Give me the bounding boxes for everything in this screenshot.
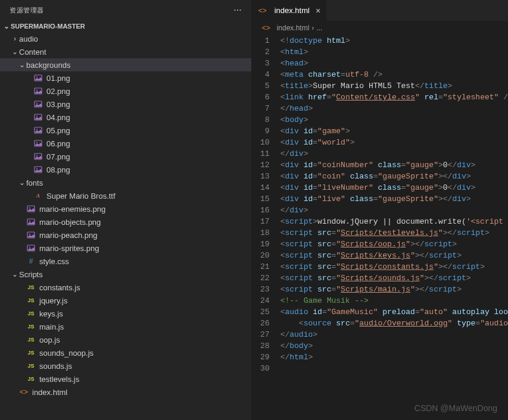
tree-item-label: oop.js: [39, 336, 60, 344]
code-line[interactable]: <div id="liveNumber" class="gauge">0</di…: [281, 182, 508, 193]
code-line[interactable]: </body>: [281, 340, 508, 352]
js-file-icon: JS: [26, 361, 36, 371]
tree-item[interactable]: ⌄backgrounds: [0, 58, 251, 71]
line-number: 28: [252, 340, 270, 352]
tree-item[interactable]: JSconstants.js: [0, 281, 251, 294]
tree-item[interactable]: 03.png: [0, 98, 251, 111]
svg-point-5: [36, 103, 38, 104]
line-number: 20: [252, 250, 270, 261]
tree-item[interactable]: 06.png: [0, 137, 251, 150]
code-line[interactable]: </audio>: [281, 329, 508, 340]
tree-item[interactable]: mario-peach.png: [0, 228, 251, 242]
project-name: SUPERMARIO-MASTER: [11, 23, 85, 30]
code-line[interactable]: </head>: [281, 103, 508, 114]
code-line[interactable]: <div id="coin" class="gaugeSprite"></div…: [281, 171, 508, 182]
project-root[interactable]: ⌄ SUPERMARIO-MASTER: [0, 20, 251, 32]
image-file-icon: [33, 126, 43, 135]
image-file-icon: [33, 73, 43, 83]
tree-item[interactable]: JSsounds_noop.js: [0, 346, 251, 359]
tree-item[interactable]: ›audio: [0, 32, 251, 45]
tree-item-label: 08.png: [46, 165, 70, 174]
tree-item[interactable]: mario-objects.png: [0, 215, 251, 228]
tree-item[interactable]: 05.png: [0, 124, 251, 137]
tree-item[interactable]: ⌄Content: [0, 45, 251, 58]
tree-item-label: 02.png: [46, 87, 70, 96]
tree-item[interactable]: 07.png: [0, 150, 251, 163]
code-area[interactable]: 1234567891011121314151617181920212223242…: [252, 35, 508, 420]
tree-item[interactable]: mario-enemies.png: [0, 202, 251, 215]
close-icon[interactable]: ×: [316, 6, 320, 15]
editor-area: <> index.html × <> index.html › ... 1234…: [252, 0, 508, 420]
code-line[interactable]: <source src="audio/Overworld.ogg" type="…: [281, 318, 508, 329]
more-actions-icon[interactable]: ···: [233, 5, 241, 15]
code-line[interactable]: <meta charset=utf-8 />: [281, 69, 508, 80]
chevron-down-icon: ⌄: [11, 48, 19, 56]
code-line[interactable]: <body>: [281, 114, 508, 126]
line-number: 23: [252, 284, 270, 295]
tree-item[interactable]: ⌄Scripts: [0, 268, 251, 281]
code-line[interactable]: <div id="coinNumber" class="gauge">0</di…: [281, 159, 508, 171]
image-file-icon: [33, 112, 43, 122]
code-line[interactable]: <script src="Scripts/main.js"></script>: [281, 284, 508, 295]
tab-index-html[interactable]: <> index.html ×: [252, 0, 327, 21]
code-line[interactable]: <audio id="GameMusic" preload="auto" aut…: [281, 306, 508, 318]
js-file-icon: JS: [26, 283, 36, 292]
image-file-icon: [26, 230, 36, 240]
code-line[interactable]: </html>: [281, 352, 508, 363]
tree-item-label: mario-peach.png: [39, 231, 98, 240]
code-line[interactable]: <div id="live" class="gaugeSprite"></div…: [281, 193, 508, 205]
breadcrumb[interactable]: <> index.html › ...: [252, 21, 508, 35]
code-line[interactable]: <link href="Content/style.css" rel="styl…: [281, 92, 508, 103]
tree-item[interactable]: 01.png: [0, 71, 251, 84]
code-line[interactable]: <script src="Scripts/constants.js"></scr…: [281, 261, 508, 272]
code-line[interactable]: <div id="game">: [281, 126, 508, 137]
tree-item[interactable]: ⌄fonts: [0, 176, 251, 189]
code-line[interactable]: <script src="Scripts/testlevels.js"></sc…: [281, 227, 508, 239]
tree-item-label: testlevels.js: [39, 375, 79, 384]
code-line[interactable]: <head>: [281, 58, 508, 69]
explorer-sidebar: 资源管理器 ··· ⌄ SUPERMARIO-MASTER ›audio⌄Con…: [0, 0, 252, 420]
tree-item-label: audio: [19, 35, 38, 43]
file-tree: ›audio⌄Content⌄backgrounds 01.png 02.png…: [0, 32, 251, 420]
code-line[interactable]: <title>Super Mario HTML5 Test</title>: [281, 80, 508, 92]
code-line[interactable]: <!-- Game Musik -->: [281, 295, 508, 306]
tree-item[interactable]: JSoop.js: [0, 333, 251, 346]
html-file-icon: <>: [258, 6, 267, 15]
tree-item[interactable]: JSjquery.js: [0, 294, 251, 307]
tree-item[interactable]: mario-sprites.png: [0, 242, 251, 255]
tree-item-label: mario-enemies.png: [39, 205, 105, 214]
tree-item[interactable]: JSkeys.js: [0, 307, 251, 320]
tree-item[interactable]: JSsounds.js: [0, 359, 251, 372]
code-line[interactable]: <script src="Scripts/sounds.js"></script…: [281, 272, 508, 284]
tree-item-label: fonts: [26, 178, 43, 187]
code-line[interactable]: <html>: [281, 46, 508, 58]
code-line[interactable]: <script src="Scripts/keys.js"></script>: [281, 250, 508, 261]
svg-point-19: [29, 221, 30, 222]
tree-item[interactable]: ASuper Mario Bros.ttf: [0, 189, 251, 202]
image-file-icon: [33, 152, 43, 161]
tree-item[interactable]: JStestlevels.js: [0, 372, 251, 385]
tree-item-label: 04.png: [46, 113, 70, 122]
tree-item[interactable]: 02.png: [0, 84, 251, 98]
tree-item[interactable]: <>index.html: [0, 385, 251, 399]
code-content[interactable]: <!doctype html><html><head><meta charset…: [281, 35, 508, 420]
code-line[interactable]: [281, 363, 508, 374]
js-file-icon: JS: [26, 296, 36, 305]
code-line[interactable]: <div id="world">: [281, 137, 508, 148]
tree-item[interactable]: 04.png: [0, 111, 251, 124]
code-line[interactable]: <script src="Scripts/oop.js"></script>: [281, 239, 508, 250]
tree-item[interactable]: JSmain.js: [0, 320, 251, 333]
code-line[interactable]: </div>: [281, 205, 508, 216]
tree-item[interactable]: #style.css: [0, 255, 251, 268]
explorer-header: 资源管理器 ···: [0, 0, 251, 20]
svg-point-21: [29, 234, 30, 235]
code-line[interactable]: <script>window.jQuery || document.write(…: [281, 216, 508, 227]
js-file-icon: JS: [26, 322, 36, 331]
image-file-icon: [33, 86, 43, 96]
tree-item[interactable]: 08.png: [0, 163, 251, 176]
code-line[interactable]: </div>: [281, 148, 508, 159]
code-line[interactable]: <!doctype html>: [281, 35, 508, 46]
line-number-gutter: 1234567891011121314151617181920212223242…: [252, 35, 281, 420]
svg-point-9: [36, 129, 38, 130]
chevron-down-icon: ⌄: [2, 22, 11, 30]
